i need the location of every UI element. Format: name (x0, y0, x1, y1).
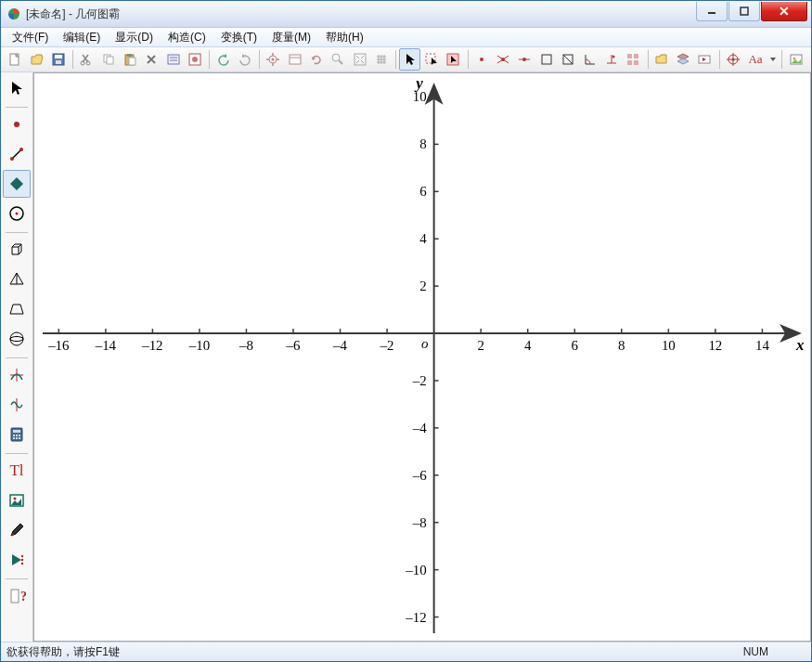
picture-icon[interactable] (785, 48, 806, 71)
image-tool-icon[interactable] (3, 487, 31, 514)
polygon-icon[interactable] (558, 48, 578, 71)
svg-rect-79 (19, 437, 20, 439)
svg-rect-77 (13, 437, 15, 439)
menu-measure[interactable]: 度量(M) (264, 28, 318, 47)
pyramid-tool-icon[interactable] (3, 266, 31, 293)
svg-text:–14: –14 (95, 338, 117, 353)
refresh-icon[interactable] (306, 48, 327, 71)
svg-point-43 (522, 58, 526, 61)
svg-point-38 (480, 58, 483, 61)
maximize-button[interactable] (728, 2, 760, 21)
text-label-tool-icon[interactable]: Tl (3, 457, 31, 485)
svg-rect-14 (168, 55, 179, 64)
svg-rect-76 (19, 435, 20, 436)
svg-text:4: 4 (524, 338, 532, 353)
frustum-tool-icon[interactable] (3, 295, 31, 323)
svg-rect-73 (13, 430, 20, 433)
menu-edit[interactable]: 编辑(E) (56, 28, 108, 47)
paste-icon[interactable] (120, 48, 140, 71)
svg-rect-85 (11, 590, 19, 603)
menu-file[interactable]: 文件(F) (5, 28, 56, 47)
layers-icon[interactable] (673, 48, 693, 71)
animate-tool-icon[interactable] (3, 546, 31, 574)
svg-point-64 (19, 148, 23, 151)
point-icon[interactable] (470, 48, 491, 71)
menu-help[interactable]: 帮助(H) (318, 28, 371, 47)
delete-icon[interactable] (141, 48, 161, 71)
svg-point-18 (192, 57, 198, 62)
svg-text:–10: –10 (188, 338, 210, 353)
folder-icon[interactable] (651, 48, 671, 71)
svg-text:–12: –12 (141, 338, 162, 353)
config-icon[interactable] (185, 48, 205, 71)
point-tool-icon[interactable] (3, 110, 31, 138)
copy-icon[interactable] (97, 48, 118, 71)
function-tool-icon[interactable] (3, 361, 31, 389)
undo-icon[interactable] (213, 48, 233, 71)
svg-rect-1 (708, 12, 715, 14)
menu-construct[interactable]: 构造(C) (161, 28, 213, 47)
svg-text:y: y (414, 74, 423, 92)
cut-icon[interactable] (76, 48, 97, 71)
svg-point-49 (612, 56, 614, 58)
svg-rect-78 (16, 437, 18, 439)
window-title: [未命名] - 几何图霸 (26, 6, 695, 22)
svg-text:–8: –8 (412, 515, 427, 530)
menu-transform[interactable]: 变换(T) (213, 28, 264, 47)
target-icon[interactable] (723, 48, 743, 71)
text-style-icon[interactable]: Aa (744, 48, 767, 71)
polygon-tool-icon[interactable] (3, 170, 31, 198)
status-num: NUM (743, 645, 768, 658)
svg-rect-50 (627, 54, 632, 58)
svg-text:–8: –8 (238, 338, 253, 353)
select-area-icon[interactable] (421, 48, 442, 71)
midpoint-icon[interactable] (514, 48, 535, 71)
svg-rect-53 (634, 60, 638, 65)
grid-tiles-icon[interactable] (623, 48, 643, 71)
perp-icon[interactable] (601, 48, 622, 71)
svg-text:2: 2 (477, 338, 483, 353)
redo-icon[interactable] (235, 48, 255, 71)
select-all-icon[interactable] (443, 48, 463, 71)
close-button[interactable]: ✕ (761, 2, 807, 21)
help-tool-icon[interactable]: ? (3, 582, 31, 610)
svg-text:–2: –2 (380, 338, 394, 353)
cube-tool-icon[interactable] (3, 236, 31, 264)
arrow-tool-icon[interactable] (3, 74, 31, 102)
window-icon[interactable] (284, 48, 304, 71)
pen-tool-icon[interactable] (3, 516, 31, 544)
select-tool-icon[interactable] (399, 48, 419, 71)
svg-rect-51 (634, 54, 638, 58)
open-icon[interactable] (26, 48, 46, 71)
minimize-button[interactable] (696, 2, 728, 21)
svg-point-82 (21, 555, 23, 557)
svg-point-27 (332, 54, 340, 61)
svg-rect-10 (107, 57, 113, 64)
svg-point-20 (272, 58, 275, 61)
fit-icon[interactable] (350, 48, 370, 71)
status-help-text: 欲获得帮助，请按F1键 (6, 644, 120, 660)
svg-rect-52 (627, 60, 632, 65)
sphere-tool-icon[interactable] (3, 325, 31, 353)
zoom-icon[interactable] (328, 48, 348, 71)
intersect-icon[interactable] (493, 48, 513, 71)
save-icon[interactable] (48, 48, 69, 71)
segment-icon[interactable] (536, 48, 557, 71)
anim-icon[interactable] (694, 48, 715, 71)
grid-icon[interactable] (371, 48, 392, 71)
circle-tool-icon[interactable] (3, 200, 31, 227)
gear-icon[interactable] (263, 48, 283, 71)
new-icon[interactable] (5, 48, 25, 71)
calculator-tool-icon[interactable] (3, 421, 31, 448)
properties-icon[interactable] (163, 48, 184, 71)
svg-rect-2 (741, 7, 748, 15)
angle-icon[interactable] (579, 48, 599, 71)
plot-tool-icon[interactable] (3, 391, 31, 419)
line-tool-icon[interactable] (3, 140, 31, 168)
svg-point-61 (14, 122, 19, 127)
svg-text:4: 4 (419, 231, 427, 246)
menu-display[interactable]: 显示(D) (108, 28, 161, 47)
svg-line-28 (339, 60, 342, 64)
color-dropdown-icon[interactable] (767, 48, 778, 71)
drawing-canvas[interactable]: –16–14–12–10–8–6–4–22468101214108642–2–4… (33, 72, 811, 642)
